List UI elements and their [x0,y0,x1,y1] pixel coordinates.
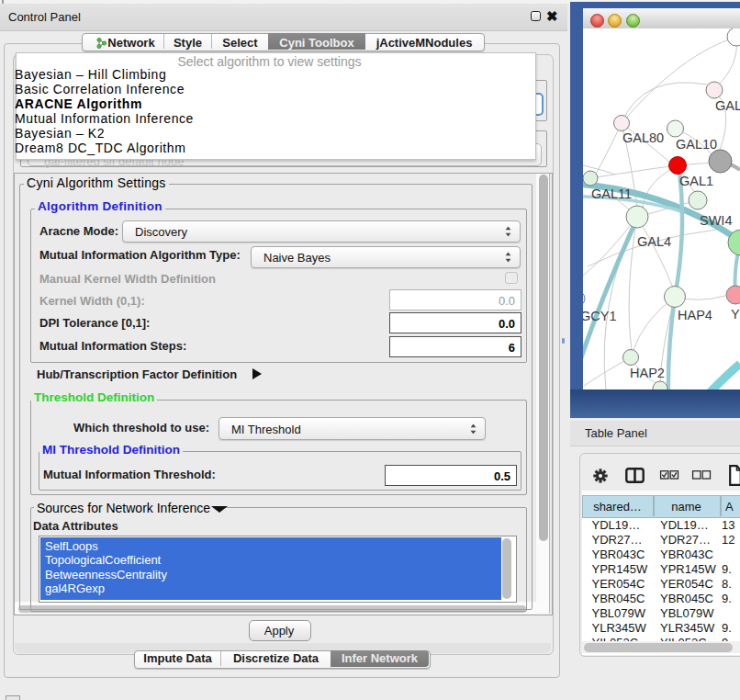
svg-text:GAL7: GAL7 [715,98,740,113]
svg-text:Y: Y [731,307,740,322]
svg-text:GAL1: GAL1 [679,174,713,188]
svg-text:GAL11: GAL11 [591,186,632,201]
svg-text:GAL80: GAL80 [622,130,664,145]
svg-text:GCY1: GCY1 [583,309,617,323]
svg-text:SWI4: SWI4 [700,213,732,228]
svg-text:HAP4: HAP4 [678,308,712,322]
svg-text:GAL4: GAL4 [637,234,671,249]
svg-text:GAL10: GAL10 [676,137,717,152]
svg-text:HAP2: HAP2 [630,366,665,380]
